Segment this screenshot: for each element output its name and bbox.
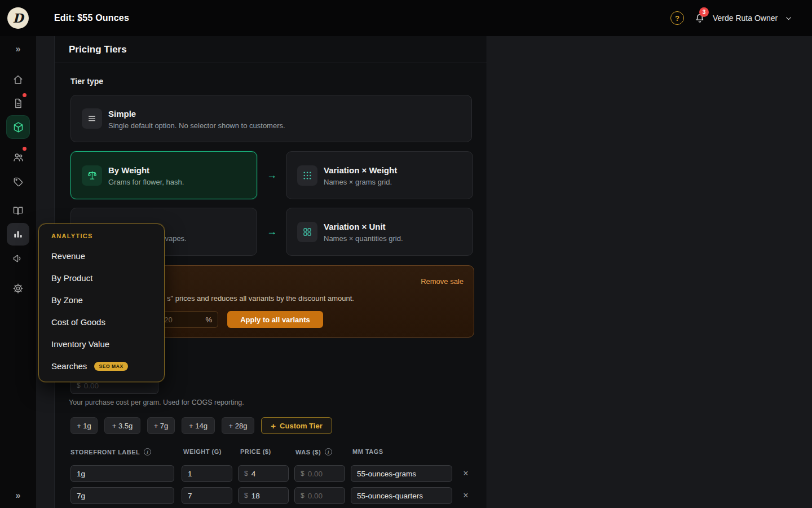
- currency-prefix: $: [301, 492, 304, 500]
- sidebar-item-products[interactable]: [7, 116, 29, 138]
- menu-item-searches[interactable]: Searches SEO MAX: [39, 355, 164, 377]
- user-menu[interactable]: Verde Ruta Owner: [713, 0, 778, 36]
- chevron-down-icon[interactable]: [785, 15, 792, 22]
- info-icon[interactable]: [325, 448, 332, 456]
- page-title: Edit: $55 Ounces: [54, 0, 129, 36]
- option-title: Simple: [108, 109, 136, 119]
- brand-logo[interactable]: D: [7, 7, 29, 29]
- col-header-mm-tags: MM TAGS: [352, 448, 383, 455]
- storefront-label-input[interactable]: [77, 470, 168, 478]
- chevrons-right-icon: [16, 44, 21, 54]
- megaphone-icon: [12, 253, 24, 264]
- add-14g-button[interactable]: + 14g: [182, 417, 215, 434]
- menu-item-inventory-value[interactable]: Inventory Value: [39, 333, 164, 355]
- menu-item-by-product[interactable]: By Product: [39, 267, 164, 289]
- arrow-right-icon: [267, 226, 277, 238]
- tier-option-variation-unit[interactable]: Variation × Unit Names × quantities grid…: [286, 208, 473, 256]
- dots-grid-icon: [297, 165, 317, 186]
- sale-description: s" prices and reduces all variants by th…: [167, 294, 354, 303]
- info-icon[interactable]: [144, 448, 151, 456]
- currency-prefix: $: [301, 470, 304, 478]
- add-7g-button[interactable]: + 7g: [147, 417, 175, 434]
- book-icon: [12, 205, 24, 216]
- panel-title: Pricing Tiers: [55, 36, 487, 63]
- add-1g-button[interactable]: + 1g: [70, 417, 98, 434]
- analytics-menu-header: ANALYTICS: [51, 233, 93, 239]
- scale-icon: [82, 165, 102, 186]
- mm-tag-input[interactable]: [357, 470, 446, 478]
- sidebar-item-analytics[interactable]: [7, 223, 29, 246]
- remove-row-icon[interactable]: [461, 491, 470, 500]
- document-icon: [12, 98, 24, 109]
- currency-prefix: $: [244, 492, 248, 500]
- sidebar-item-settings[interactable]: [7, 277, 29, 300]
- option-subtitle: Names × grams grid.: [324, 178, 392, 186]
- mm-tag-input[interactable]: [357, 492, 446, 500]
- home-icon: [12, 74, 24, 85]
- weight-input[interactable]: [188, 492, 226, 500]
- storefront-label-input[interactable]: [77, 492, 168, 500]
- apply-to-all-variants-button[interactable]: Apply to all variants: [227, 311, 323, 328]
- weight-field: [182, 465, 232, 482]
- tier-option-simple[interactable]: Simple Single default option. No selecto…: [70, 95, 472, 142]
- sidebar-item-orders[interactable]: [7, 92, 29, 115]
- notification-dot: [23, 93, 27, 97]
- add-28g-button[interactable]: + 28g: [222, 417, 254, 434]
- sidebar-item-tags[interactable]: [7, 170, 29, 192]
- seo-max-badge: SEO MAX: [94, 362, 127, 371]
- currency-prefix: $: [77, 382, 81, 389]
- menu-item-revenue[interactable]: Revenue: [39, 245, 164, 267]
- tier-option-by-weight[interactable]: By Weight Grams for flower, hash.: [70, 151, 257, 199]
- app-window: D Edit: $55 Ounces 3 Verde Ruta Owner: [0, 0, 812, 508]
- sidebar: [0, 36, 36, 508]
- custom-tier-button[interactable]: Custom Tier: [261, 417, 332, 434]
- sidebar-expand-bottom-button[interactable]: [7, 484, 29, 507]
- weight-input[interactable]: [188, 470, 226, 478]
- option-title: Variation × Unit: [324, 222, 386, 231]
- sidebar-item-customers[interactable]: [7, 146, 29, 168]
- chevrons-right-icon: [16, 491, 21, 501]
- option-title: By Weight: [108, 165, 149, 175]
- users-icon: [12, 151, 24, 163]
- col-header-weight: WEIGHT (G): [183, 448, 222, 455]
- was-price-input[interactable]: [308, 492, 339, 500]
- price-input[interactable]: [251, 492, 283, 500]
- option-subtitle: Single default option. No selector shown…: [108, 121, 285, 130]
- notification-badge: 3: [699, 7, 709, 17]
- currency-prefix: $: [244, 470, 248, 478]
- custom-tier-label: Custom Tier: [280, 422, 323, 430]
- remove-row-icon[interactable]: [461, 469, 470, 478]
- menu-item-cost-of-goods[interactable]: Cost of Goods: [39, 311, 164, 333]
- help-icon[interactable]: [670, 11, 684, 25]
- cost-per-gram-input[interactable]: [84, 382, 152, 390]
- option-title: Variation × Weight: [324, 165, 397, 175]
- bar-chart-icon: [12, 229, 24, 240]
- col-header-storefront-label: STOREFRONT LABEL: [70, 448, 151, 456]
- was-price-input[interactable]: [308, 470, 339, 478]
- plus-icon: [271, 421, 276, 431]
- was-price-field: $: [294, 465, 345, 482]
- analytics-flyout-menu: ANALYTICS Revenue By Product By Zone Cos…: [38, 224, 165, 382]
- squares-grid-icon: [297, 222, 317, 242]
- col-header-price: PRICE ($): [240, 448, 271, 455]
- gear-icon: [12, 283, 24, 294]
- top-bar: D Edit: $55 Ounces 3 Verde Ruta Owner: [0, 0, 812, 36]
- sidebar-item-home[interactable]: [7, 68, 29, 91]
- storefront-label-field: [70, 465, 174, 482]
- was-price-field: $: [294, 487, 345, 504]
- tier-type-label: Tier type: [70, 77, 103, 86]
- menu-item-by-zone[interactable]: By Zone: [39, 289, 164, 311]
- remove-sale-link[interactable]: Remove sale: [421, 277, 464, 286]
- mm-tag-field: [351, 465, 452, 482]
- tier-option-variation-weight[interactable]: Variation × Weight Names × grams grid.: [286, 151, 473, 199]
- add-3-5g-button[interactable]: + 3.5g: [104, 417, 140, 434]
- sidebar-item-menus[interactable]: [7, 199, 29, 222]
- cube-icon: [12, 121, 24, 133]
- col-header-was: WAS ($): [295, 448, 332, 456]
- cost-helper-text: Your purchase cost per gram. Used for CO…: [69, 398, 244, 406]
- analytics-menu-list: Revenue By Product By Zone Cost of Goods…: [39, 245, 164, 377]
- sidebar-item-marketing[interactable]: [7, 247, 29, 270]
- mm-tag-field: [351, 487, 452, 504]
- sidebar-expand-button[interactable]: [7, 38, 29, 60]
- price-input[interactable]: [251, 470, 283, 478]
